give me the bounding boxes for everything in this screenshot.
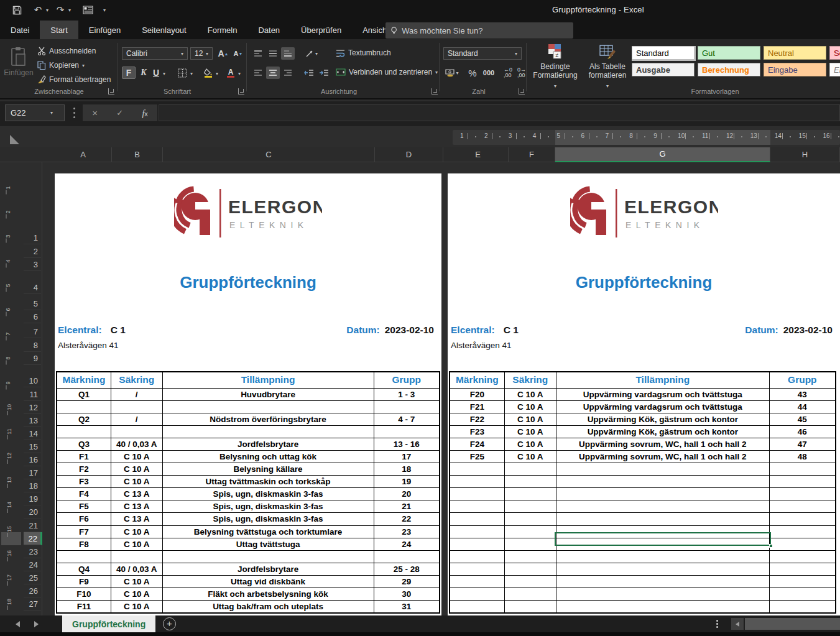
table-cell[interactable]: Uppvärming vardagsrum och tvättstuga bbox=[556, 400, 769, 413]
row-header-6[interactable]: 6 bbox=[24, 310, 41, 323]
table-cell[interactable]: 18 bbox=[374, 463, 440, 476]
column-header-g[interactable]: G bbox=[555, 147, 770, 162]
font-dialog-launcher[interactable] bbox=[238, 88, 244, 94]
row-header-4[interactable]: 4 bbox=[24, 281, 41, 294]
table-cell[interactable]: F2 bbox=[57, 463, 111, 476]
table-cell[interactable] bbox=[769, 513, 836, 525]
horizontal-ruler[interactable]: 12345678910111213141516 bbox=[453, 130, 840, 145]
table-cell[interactable] bbox=[556, 563, 769, 575]
table-cell[interactable]: 17 bbox=[374, 450, 440, 463]
row-header-17[interactable]: 17 bbox=[24, 466, 41, 479]
borders-icon[interactable] bbox=[175, 67, 189, 79]
table-cell[interactable]: Q3 bbox=[57, 438, 111, 450]
table-cell[interactable]: 20 bbox=[374, 488, 440, 500]
paste-button[interactable]: Einfügen bbox=[4, 43, 34, 86]
table-cell[interactable] bbox=[556, 476, 769, 488]
row-header-7[interactable]: 7 bbox=[24, 325, 41, 338]
table-cell[interactable] bbox=[450, 563, 504, 575]
table-cell[interactable] bbox=[556, 513, 769, 525]
align-left-icon[interactable] bbox=[251, 67, 265, 79]
table-cell[interactable] bbox=[769, 488, 836, 500]
table-cell[interactable]: F22 bbox=[450, 413, 504, 425]
decrease-indent-icon[interactable] bbox=[302, 67, 316, 79]
table-cell[interactable] bbox=[450, 601, 504, 613]
table-cell[interactable] bbox=[57, 425, 111, 438]
table-header[interactable]: Tillämpning bbox=[556, 372, 769, 388]
table-cell[interactable]: C 10 A bbox=[504, 438, 556, 450]
sheet-tab-gruppforteckning[interactable]: Gruppförteckning bbox=[62, 615, 155, 632]
table-cell[interactable]: 40 / 0,03 A bbox=[111, 563, 162, 575]
column-header-c[interactable]: C bbox=[163, 147, 375, 162]
number-format-combo[interactable]: Standard▾ bbox=[443, 47, 522, 60]
tab-überprüfen[interactable]: Überprüfen bbox=[290, 21, 352, 39]
table-cell[interactable]: F25 bbox=[450, 450, 504, 463]
row-header-26[interactable]: 26 bbox=[24, 584, 41, 597]
table-cell[interactable]: C 13 A bbox=[111, 500, 162, 513]
table-cell[interactable] bbox=[504, 563, 556, 575]
table-cell[interactable] bbox=[450, 500, 504, 513]
table-cell[interactable]: Huvudbrytare bbox=[162, 388, 374, 400]
save-icon[interactable] bbox=[9, 3, 25, 17]
hscroll-left-icon[interactable] bbox=[731, 618, 744, 630]
table-cell[interactable] bbox=[556, 601, 769, 613]
table-cell[interactable]: 43 bbox=[769, 388, 836, 400]
table-cell[interactable] bbox=[504, 601, 556, 613]
wrap-text-button[interactable]: Textumbruch bbox=[336, 47, 391, 58]
table-cell[interactable]: Jordfelsbrytare bbox=[162, 563, 374, 575]
font-color-dropdown-caret[interactable]: ▾ bbox=[238, 71, 241, 76]
table-cell[interactable] bbox=[769, 463, 836, 476]
tab-start[interactable]: Start bbox=[40, 21, 78, 39]
row-header-21[interactable]: 21 bbox=[24, 519, 41, 532]
clipboard-dialog-launcher[interactable] bbox=[108, 88, 114, 94]
tab-formeln[interactable]: Formeln bbox=[197, 21, 248, 39]
table-cell[interactable]: Spis, ugn, diskmaskin 3-fas bbox=[162, 500, 374, 513]
number-dialog-launcher[interactable] bbox=[519, 88, 525, 94]
table-cell[interactable] bbox=[504, 525, 556, 538]
row-header-9[interactable]: 9 bbox=[24, 352, 41, 365]
row-header-1[interactable]: 1 bbox=[24, 231, 41, 244]
table-cell[interactable]: C 10 A bbox=[111, 463, 162, 476]
undo-dropdown-caret[interactable]: ▾ bbox=[46, 7, 52, 13]
column-header-a[interactable]: A bbox=[55, 147, 112, 162]
row-header-10[interactable]: 10 bbox=[24, 374, 41, 387]
style-standard[interactable]: Standard bbox=[632, 46, 695, 60]
table-cell[interactable]: F1 bbox=[57, 450, 111, 463]
currency-icon[interactable]: ▾ bbox=[443, 67, 461, 79]
increase-font-icon[interactable]: A▲ bbox=[216, 47, 230, 60]
table-cell[interactable] bbox=[769, 500, 836, 513]
table-cell[interactable]: 30 bbox=[374, 588, 440, 601]
table-cell[interactable]: Uttag vid diskbänk bbox=[162, 575, 374, 588]
align-right-icon[interactable] bbox=[281, 67, 295, 79]
table-cell[interactable]: C 10 A bbox=[111, 601, 162, 613]
table-cell[interactable] bbox=[556, 500, 769, 513]
redo-dropdown-caret[interactable]: ▾ bbox=[68, 7, 75, 13]
table-cell[interactable]: 19 bbox=[374, 476, 440, 488]
table-cell[interactable]: F4 bbox=[57, 488, 111, 500]
table-cell[interactable] bbox=[769, 601, 836, 613]
table-cell[interactable]: F20 bbox=[450, 388, 504, 400]
table-cell[interactable]: C 10 A bbox=[504, 425, 556, 438]
orientation-icon[interactable]: ▾ bbox=[302, 47, 321, 60]
table-cell[interactable]: 1 - 3 bbox=[374, 388, 440, 400]
table-cell[interactable]: Uttag tvättmaskin och torkskåp bbox=[162, 476, 374, 488]
table-cell[interactable]: Uppvärming vardagsrum och tvättstuga bbox=[556, 388, 769, 400]
style-neutral[interactable]: Neutral bbox=[764, 46, 826, 60]
table-cell[interactable]: Uttag bak/fram och uteplats bbox=[162, 601, 374, 613]
table-cell[interactable] bbox=[111, 425, 162, 438]
table-cell[interactable]: 4 - 7 bbox=[374, 413, 440, 425]
style-eingabe[interactable]: Eingabe bbox=[764, 63, 826, 76]
table-cell[interactable] bbox=[504, 476, 556, 488]
table-cell[interactable] bbox=[450, 538, 504, 550]
table-cell[interactable]: Q4 bbox=[57, 563, 111, 575]
table-cell[interactable] bbox=[504, 575, 556, 588]
table-cell[interactable]: F11 bbox=[57, 601, 111, 613]
style-schlecht[interactable]: Schlecht bbox=[829, 46, 840, 60]
table-cell[interactable]: 23 bbox=[374, 525, 440, 538]
table-cell[interactable]: C 10 A bbox=[504, 450, 556, 463]
table-cell[interactable]: C 10 A bbox=[504, 388, 556, 400]
font-color-icon[interactable]: A bbox=[224, 67, 238, 79]
table-cell[interactable] bbox=[450, 525, 504, 538]
table-cell[interactable] bbox=[162, 400, 374, 413]
table-cell[interactable]: 44 bbox=[769, 400, 836, 413]
table-cell[interactable] bbox=[57, 550, 111, 563]
